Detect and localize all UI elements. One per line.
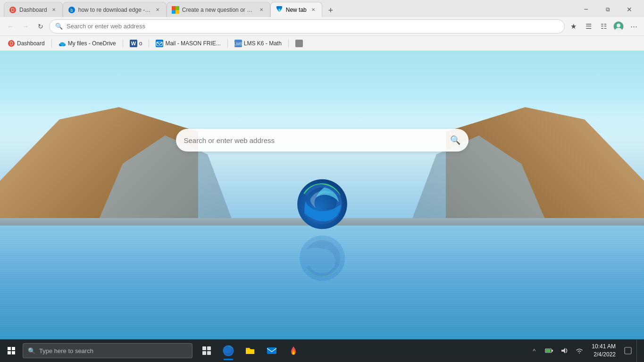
svg-rect-35 (625, 347, 631, 354)
browser-content: 🔍 (0, 51, 644, 362)
svg-text:D: D (9, 41, 13, 46)
fav-lms-label: LMS K6 - Math (244, 40, 282, 47)
fav-separator-4 (227, 39, 228, 48)
fav-separator-2 (123, 39, 123, 48)
clock[interactable]: 10:41 AM 2/4/2022 (588, 343, 619, 359)
reading-list-icon[interactable]: ☰ (582, 20, 595, 33)
fav-mail-label: Mail - MASON FRIE... (165, 40, 220, 47)
tab-dashboard[interactable]: D Dashboard ✕ (4, 2, 63, 17)
tab-close-search[interactable]: ✕ (154, 6, 161, 14)
tab-label-dashboard: Dashboard (19, 7, 47, 13)
taskbar-mail-icon[interactable] (261, 339, 282, 362)
collections-icon[interactable]: ☷ (597, 20, 610, 33)
page-search-icon: 🔍 (450, 135, 460, 145)
restore-button[interactable]: ⧉ (597, 2, 619, 17)
svg-text:W: W (131, 41, 136, 46)
fav-separator-3 (149, 39, 149, 48)
fav-lms[interactable]: LMS LMS K6 - Math (231, 38, 285, 49)
profile-icon[interactable] (612, 20, 625, 33)
svg-rect-29 (207, 351, 211, 355)
tab-close-newtab[interactable]: ✕ (309, 6, 317, 14)
page-search-input[interactable] (184, 136, 445, 144)
tab-label-newtab: New tab (286, 7, 307, 13)
fav-dashboard-label: Dashboard (17, 40, 45, 47)
svg-rect-34 (546, 349, 551, 352)
new-tab-button[interactable]: + (324, 4, 337, 17)
forward-button[interactable]: → (19, 20, 32, 33)
svg-point-16 (60, 42, 65, 45)
windows-logo-icon (8, 347, 15, 354)
favorites-icon[interactable]: ★ (567, 20, 580, 33)
settings-menu-icon[interactable]: ⋯ (627, 20, 640, 33)
battery-icon[interactable] (543, 344, 556, 357)
start-button[interactable] (0, 339, 23, 362)
svg-point-10 (617, 24, 620, 27)
tab-newtab[interactable]: New tab ✕ (270, 2, 322, 17)
fav-dashboard[interactable]: D Dashboard (4, 38, 49, 49)
taskbar-search-bar[interactable]: 🔍 Type here to search (23, 343, 192, 358)
svg-text:D: D (11, 8, 14, 13)
tab-favicon-dashboard: D (9, 6, 17, 14)
tab-close-dashboard[interactable]: ✕ (50, 6, 58, 14)
refresh-button[interactable]: ↻ (34, 20, 47, 33)
browser-chrome: D Dashboard ✕ b how to re download edge … (0, 0, 644, 51)
fav-separator-1 (51, 39, 52, 48)
favorites-bar: D Dashboard My files - OneDrive W o Mail… (0, 36, 644, 51)
fav-separator-5 (288, 39, 289, 48)
minimize-button[interactable]: − (575, 2, 597, 17)
address-bar-row: ← → ↻ 🔍 ★ ☰ ☷ ⋯ (0, 17, 644, 36)
network-icon[interactable] (573, 344, 586, 357)
taskbar-file-explorer-icon[interactable] (240, 339, 260, 362)
tab-favicon-search: b (68, 6, 75, 14)
page-search-bar[interactable]: 🔍 (176, 129, 468, 152)
volume-icon[interactable] (558, 344, 571, 357)
tab-copilot[interactable]: Create a new question or start a... ✕ (167, 2, 270, 17)
svg-point-11 (615, 28, 622, 32)
fav-word[interactable]: W o (126, 38, 146, 49)
fav-word-label: o (139, 40, 142, 47)
background: 🔍 (0, 51, 644, 362)
svg-rect-26 (202, 346, 206, 350)
taskbar-task-view[interactable] (196, 339, 217, 362)
notification-icon[interactable] (621, 344, 635, 357)
fav-mail[interactable]: Mail - MASON FRIE... (152, 38, 224, 49)
address-input[interactable] (67, 23, 559, 30)
fav-onedrive-label: My files - OneDrive (68, 40, 116, 47)
svg-rect-4 (172, 6, 176, 10)
svg-rect-28 (202, 351, 206, 355)
svg-text:LMS: LMS (234, 42, 242, 46)
svg-rect-5 (176, 6, 179, 10)
svg-rect-27 (207, 346, 211, 350)
taskbar-icons (196, 339, 304, 362)
taskbar: 🔍 Type here to search (0, 339, 644, 362)
system-tray-expand[interactable]: ^ (527, 344, 541, 357)
taskbar-flame-icon[interactable] (283, 339, 304, 362)
address-bar[interactable]: 🔍 (49, 19, 565, 34)
svg-rect-33 (552, 350, 553, 352)
taskbar-search-placeholder: Type here to search (39, 347, 93, 354)
edge-logo-reflection (299, 244, 346, 282)
close-button[interactable]: ✕ (619, 2, 640, 17)
tab-favicon-newtab (276, 6, 283, 14)
svg-rect-23 (295, 40, 303, 47)
tab-close-copilot[interactable]: ✕ (258, 6, 265, 14)
svg-text:b: b (70, 8, 73, 13)
taskbar-right: ^ 10:41 AM 2/4/2022 (527, 339, 644, 362)
svg-rect-6 (172, 10, 176, 14)
fav-onedrive[interactable]: My files - OneDrive (55, 38, 120, 49)
tab-bar: D Dashboard ✕ b how to re download edge … (0, 0, 644, 17)
svg-rect-7 (176, 10, 179, 14)
taskbar-edge-icon[interactable] (218, 339, 239, 362)
search-icon: 🔍 (55, 23, 63, 30)
back-button[interactable]: ← (4, 20, 17, 33)
clock-date: 2/4/2022 (592, 351, 616, 359)
edge-active-indicator (224, 359, 233, 360)
svg-rect-31 (267, 347, 276, 354)
tab-label-copilot: Create a new question or start a... (182, 7, 255, 13)
show-desktop-button[interactable] (636, 339, 640, 362)
tab-label-search: how to re download edge - Sea... (78, 7, 151, 13)
taskbar-search-icon: 🔍 (28, 347, 35, 354)
fav-extra[interactable] (292, 38, 307, 49)
tab-edge-search[interactable]: b how to re download edge - Sea... ✕ (63, 2, 167, 17)
clock-time: 10:41 AM (592, 343, 616, 351)
